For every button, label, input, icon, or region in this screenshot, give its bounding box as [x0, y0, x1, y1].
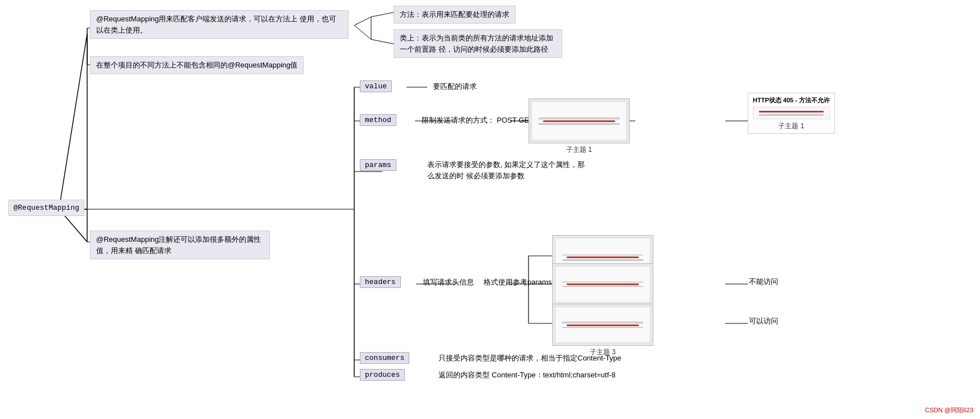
produces-label-node: produces [360, 370, 405, 379]
svg-line-6 [354, 25, 371, 39]
consumers-label-node: consumers [360, 353, 409, 362]
branch1-sub2: 类上：表示为当前类的所有方法的请求地址添加一个前置路 径，访问的时候必须要添加此… [394, 29, 562, 58]
method-subtopic1b-caption: 子主题 1 [753, 121, 830, 131]
http405-box: HTTP状态 405 - 方法不允许 子主题 1 [748, 93, 835, 134]
can-access-node: 可以访问 [749, 316, 778, 326]
branch1-box2: 在整个项目的不同方法上不能包含相同的@RequestMapping值 [90, 56, 304, 74]
consumers-desc-node: 只接受内容类型是哪种的请求，相当于指定Content-Type [439, 353, 621, 363]
method-desc: 限制发送请求的方式： POST GET [422, 116, 534, 124]
method-subtopic1-caption: 子主题 1 [529, 145, 630, 155]
consumers-label: consumers [360, 352, 409, 364]
branch1-sub1-text: 方法：表示用来匹配要处理的请求 [394, 6, 516, 24]
can-access-text: 可以访问 [749, 317, 778, 325]
cannot-access-text: 不能访问 [749, 277, 778, 286]
csdn-badge: CSDN @阿陌623 [925, 406, 973, 415]
branch1-box2-text: 在整个项目的不同方法上不能包含相同的@RequestMapping值 [90, 56, 304, 74]
consumers-desc: 只接受内容类型是哪种的请求，相当于指定Content-Type [439, 354, 621, 362]
branch1-box1: @RequestMapping用来匹配客户端发送的请求，可以在方法上 使用，也可… [90, 10, 349, 39]
method-screenshot-box: 子主题 1 [529, 98, 630, 155]
produces-label: produces [360, 369, 405, 381]
headers-desc2: 格式使用参考params [484, 278, 552, 286]
value-desc-node: 要匹配的请求 [433, 82, 477, 92]
method-label-node: method [360, 115, 396, 124]
root-label: @RequestMapping [8, 200, 84, 216]
params-label-node: params [360, 160, 396, 169]
root-node: @RequestMapping [8, 200, 84, 216]
value-label-node: value [360, 82, 392, 91]
svg-line-8 [371, 12, 394, 17]
branch1-sub1: 方法：表示用来匹配要处理的请求 [394, 6, 516, 24]
headers-desc2-node: 格式使用参考params [484, 277, 552, 287]
params-label: params [360, 159, 396, 171]
branch1-box1-text: @RequestMapping用来匹配客户端发送的请求，可以在方法上 使用，也可… [90, 10, 349, 39]
headers-desc1-node: 填写请求头信息 [423, 277, 474, 287]
svg-line-9 [371, 39, 394, 44]
produces-desc: 返回的内容类型 Content-Type：text/html;charset=u… [439, 371, 616, 379]
value-desc: 要匹配的请求 [433, 82, 477, 91]
mindmap-container: @RequestMapping @RequestMapping用来匹配客户端发送… [0, 0, 980, 419]
method-desc-node: 限制发送请求的方式： POST GET [422, 115, 534, 125]
value-label: value [360, 80, 392, 92]
produces-desc-node: 返回的内容类型 Content-Type：text/html;charset=u… [439, 370, 616, 380]
svg-line-0 [59, 34, 87, 209]
cannot-access-node: 不能访问 [749, 277, 778, 287]
headers-desc1: 填写请求头信息 [423, 278, 474, 286]
svg-line-5 [354, 17, 371, 25]
branch3-box1-text: @RequestMapping注解还可以添加很多额外的属性值，用来精 确匹配请求 [90, 231, 270, 259]
params-desc: 表示请求要接受的参数, 如果定义了这个属性，那么发送的时 候必须要添加参数 [422, 156, 596, 184]
branch1-sub2-text: 类上：表示为当前类的所有方法的请求地址添加一个前置路 径，访问的时候必须要添加此… [394, 29, 562, 58]
headers-label: headers [360, 276, 401, 288]
method-label: method [360, 114, 396, 126]
headers-label-node: headers [360, 277, 401, 286]
branch3-box1: @RequestMapping注解还可以添加很多额外的属性值，用来精 确匹配请求 [90, 231, 270, 259]
http405-title: HTTP状态 405 - 方法不允许 [753, 96, 830, 105]
params-desc-node: 表示请求要接受的参数, 如果定义了这个属性，那么发送的时 候必须要添加参数 [422, 156, 596, 184]
headers-subtopic3-box: 子主题 3 [552, 304, 653, 357]
